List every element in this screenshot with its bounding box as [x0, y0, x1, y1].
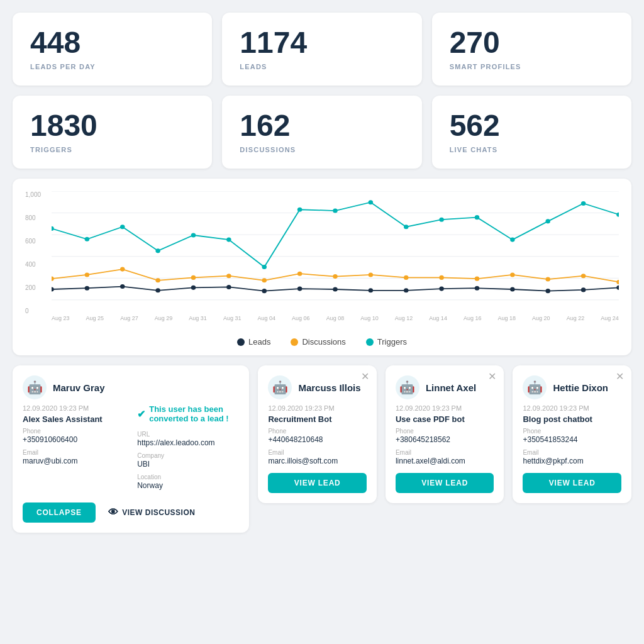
lead-card-hettie-dixon: ✕ 🤖 Hettie Dixon 12.09.2020 19:23 PM Blo…: [513, 365, 631, 503]
svg-point-56: [616, 286, 619, 290]
chart-legend: Leads Discussions Triggers: [25, 337, 619, 347]
stat-card-leads: 1174 LEADS: [222, 13, 421, 86]
chart-container: 0 200 400 600 800 1,000 Aug 23 Aug 25 Au…: [25, 191, 619, 330]
stat-label-smart-profiles: SMART PROFILES: [450, 63, 521, 70]
dashboard: 448 LEADS PER DAY 1174 LEADS 270 SMART P…: [13, 13, 631, 533]
svg-point-44: [191, 286, 196, 290]
phone-value-marcuss: +440648210648: [268, 435, 367, 444]
stat-card-triggers: 1830 TRIGGERS: [13, 96, 212, 169]
expanded-body: 12.09.2020 19:23 PM Alex Sales Assistant…: [23, 404, 239, 495]
svg-point-55: [581, 287, 586, 292]
stat-label-leads-per-day: LEADS PER DAY: [30, 63, 96, 70]
collapse-button[interactable]: COLLAPSE: [23, 502, 96, 523]
stat-label-discussions: DISCUSSIONS: [240, 146, 296, 153]
phone-label-linnet: Phone: [396, 428, 494, 435]
svg-point-31: [333, 274, 338, 279]
svg-point-33: [404, 275, 409, 280]
svg-point-49: [369, 288, 374, 292]
svg-point-45: [226, 285, 231, 289]
company-value: UBI: [137, 460, 239, 469]
svg-point-21: [581, 201, 586, 206]
lead-header-hettie: 🤖 Hettie Dixon: [523, 375, 621, 399]
svg-point-26: [155, 278, 160, 282]
legend-discussions: Discussions: [291, 337, 345, 347]
svg-point-9: [155, 248, 160, 253]
svg-point-53: [510, 287, 515, 291]
svg-point-23: [52, 277, 54, 281]
stat-number-leads: 1174: [240, 28, 307, 58]
lead-bot-marcuss: Recruitment Bot: [268, 414, 367, 424]
svg-point-24: [85, 272, 90, 277]
svg-point-35: [475, 277, 480, 281]
svg-point-11: [226, 238, 231, 242]
svg-point-13: [297, 208, 303, 212]
close-button-marcuss[interactable]: ✕: [361, 372, 369, 382]
phone-value-hettie: +350541853244: [523, 435, 621, 444]
chart-svg: [52, 191, 619, 314]
expanded-right: ✔ This user has been converted to a lead…: [137, 404, 239, 495]
lead-name-hettie: Hettie Dixon: [553, 382, 608, 393]
svg-point-51: [439, 287, 444, 291]
email-value-hettie: hettdix@pkpf.com: [523, 457, 621, 465]
email-label-marcuss: Email: [268, 449, 367, 456]
svg-point-16: [404, 225, 409, 229]
svg-point-50: [404, 288, 409, 292]
svg-point-32: [369, 272, 374, 277]
svg-point-18: [475, 215, 480, 219]
triggers-dot: [366, 338, 374, 346]
svg-point-10: [191, 233, 196, 237]
stat-number-triggers: 1830: [30, 111, 97, 141]
svg-point-41: [85, 286, 90, 291]
email-value-maruv: maruv@ubi.com: [23, 457, 125, 465]
close-button-hettie[interactable]: ✕: [616, 372, 624, 382]
svg-point-52: [475, 286, 480, 291]
svg-point-19: [510, 238, 515, 242]
view-lead-button-linnet[interactable]: VIEW LEAD: [396, 473, 494, 493]
leads-row: 🤖 Maruv Gray 12.09.2020 19:23 PM Alex Sa…: [13, 365, 631, 533]
lead-bot-linnet: Use case PDF bot: [396, 414, 494, 424]
svg-point-29: [262, 278, 267, 282]
stat-card-live-chats: 562 LIVE CHATS: [432, 96, 631, 169]
location-value: Norway: [137, 481, 239, 490]
expanded-footer: COLLAPSE 👁 VIEW DISCUSSION: [23, 502, 239, 523]
stat-number-discussions: 162: [240, 111, 290, 141]
close-button-linnet[interactable]: ✕: [488, 372, 496, 382]
stat-label-leads: LEADS: [240, 63, 267, 70]
svg-point-43: [155, 288, 160, 292]
stats-row-1: 448 LEADS PER DAY 1174 LEADS 270 SMART P…: [13, 13, 631, 86]
svg-point-8: [120, 225, 125, 229]
lead-header-marcuss: 🤖 Marcuss Illois: [268, 375, 367, 399]
phone-value-linnet: +380645218562: [396, 435, 494, 444]
svg-point-48: [333, 287, 338, 291]
y-axis-labels: 0 200 400 600 800 1,000: [25, 191, 49, 314]
eye-icon: 👁: [108, 507, 119, 518]
phone-label-marcuss: Phone: [268, 428, 367, 435]
stats-row-2: 1830 TRIGGERS 162 DISCUSSIONS 562 LIVE C…: [13, 96, 631, 169]
phone-label-maruv: Phone: [23, 428, 125, 435]
stat-card-discussions: 162 DISCUSSIONS: [222, 96, 421, 169]
email-value-linnet: linnet.axel@aldi.com: [396, 457, 494, 465]
svg-point-25: [120, 267, 125, 272]
svg-point-42: [120, 284, 125, 289]
view-lead-button-marcuss[interactable]: VIEW LEAD: [268, 473, 367, 493]
email-label-hettie: Email: [523, 449, 621, 456]
lead-name-linnet: Linnet Axel: [426, 382, 476, 393]
svg-point-28: [226, 274, 231, 278]
stat-card-leads-per-day: 448 LEADS PER DAY: [13, 13, 212, 86]
svg-point-37: [545, 277, 550, 282]
svg-point-15: [369, 200, 374, 204]
check-circle-icon: ✔: [137, 408, 145, 420]
company-label: Company: [137, 452, 239, 459]
email-value-marcuss: marc.illois@soft.com: [268, 457, 367, 465]
avatar-hettie: 🤖: [523, 375, 547, 399]
expanded-left: 12.09.2020 19:23 PM Alex Sales Assistant…: [23, 404, 125, 495]
legend-leads: Leads: [237, 337, 270, 347]
svg-point-54: [545, 289, 550, 293]
view-discussion-button[interactable]: 👁 VIEW DISCUSSION: [108, 507, 196, 518]
avatar-linnet: 🤖: [396, 375, 419, 399]
view-lead-button-hettie[interactable]: VIEW LEAD: [523, 473, 621, 493]
svg-point-6: [52, 226, 54, 231]
svg-point-17: [439, 218, 444, 222]
discussions-dot: [291, 338, 298, 346]
svg-point-38: [581, 274, 586, 278]
